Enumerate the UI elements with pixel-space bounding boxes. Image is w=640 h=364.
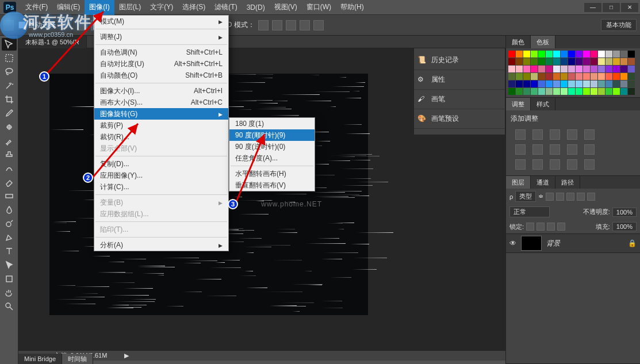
menu-item[interactable]: 画布大小(S)...Alt+Ctrl+C	[94, 97, 228, 108]
swatch[interactable]	[546, 58, 553, 65]
swatch[interactable]	[538, 51, 545, 58]
3d-orbit-icon[interactable]	[258, 20, 269, 30]
auto-select-checkbox[interactable]: 自动选择	[18, 20, 56, 30]
panel-brush[interactable]: 🖌画笔	[414, 90, 505, 109]
swatch[interactable]	[583, 88, 590, 95]
threshold-icon[interactable]	[550, 159, 560, 170]
lock-transparent-icon[interactable]	[526, 223, 534, 231]
swatch[interactable]	[613, 58, 620, 65]
filter-type-icon[interactable]	[566, 193, 574, 201]
swatch[interactable]	[613, 88, 620, 95]
swatch[interactable]	[561, 81, 568, 87]
path-select-tool[interactable]	[2, 259, 17, 271]
posterize-icon[interactable]	[532, 159, 543, 170]
swatch[interactable]	[583, 58, 590, 65]
marquee-tool[interactable]	[2, 52, 17, 64]
menu-item[interactable]: 图像旋转(G) ▶	[94, 108, 228, 120]
heal-tool[interactable]	[2, 121, 17, 133]
menu-item[interactable]: 自动颜色(O)Shift+Ctrl+B	[94, 70, 228, 81]
swatch[interactable]	[568, 51, 575, 58]
stamp-tool[interactable]	[2, 148, 17, 161]
swatch[interactable]	[531, 73, 538, 80]
eyedropper-tool[interactable]	[2, 107, 17, 120]
eraser-tool[interactable]	[2, 176, 17, 189]
swatch[interactable]	[576, 88, 582, 95]
swatch[interactable]	[576, 51, 582, 58]
panel-brush-presets[interactable]: 🎨画笔预设	[414, 109, 505, 129]
panel-history[interactable]: 📜历史记录	[414, 51, 505, 70]
3d-pan-icon[interactable]	[286, 20, 296, 30]
visibility-icon[interactable]: 👁	[509, 239, 516, 247]
swatch[interactable]	[531, 51, 538, 58]
layer-background[interactable]: 👁 背景 🔒	[506, 233, 640, 253]
brush-tool[interactable]	[2, 135, 17, 147]
swatch[interactable]	[516, 51, 523, 58]
filter-pixel-icon[interactable]	[546, 193, 554, 201]
filter-adjust-icon[interactable]	[556, 193, 564, 201]
swatch[interactable]	[523, 81, 530, 87]
swatch[interactable]	[561, 66, 568, 72]
swatch[interactable]	[598, 66, 605, 72]
hand-tool[interactable]	[2, 286, 17, 299]
swatch[interactable]	[553, 66, 560, 72]
swatch[interactable]	[568, 81, 575, 87]
levels-icon[interactable]	[532, 129, 543, 140]
swatch[interactable]	[598, 51, 605, 58]
swatch[interactable]	[568, 66, 575, 72]
menu-image[interactable]: 图像(I)	[85, 0, 114, 15]
mixer-icon[interactable]	[584, 144, 595, 155]
swatch[interactable]	[628, 51, 635, 58]
vibrance-icon[interactable]	[584, 129, 595, 140]
swatch[interactable]	[605, 51, 612, 58]
swatch[interactable]	[576, 66, 582, 72]
invert-icon[interactable]	[515, 159, 526, 170]
menu-3d[interactable]: 3D(D)	[242, 0, 270, 15]
swatch[interactable]	[546, 73, 553, 80]
3d-roll-icon[interactable]	[272, 20, 282, 30]
submenu-item[interactable]: 垂直翻转画布(V)	[229, 179, 315, 191]
photo-filter-icon[interactable]	[567, 144, 577, 155]
submenu-item[interactable]: 任意角度(A)...	[229, 152, 315, 164]
swatch[interactable]	[508, 51, 515, 58]
menu-item[interactable]: 图像大小(I)...Alt+Ctrl+I	[94, 85, 228, 97]
menu-item[interactable]: 应用图像(Y)...	[94, 170, 228, 181]
menu-layer[interactable]: 图层(L)	[114, 0, 146, 15]
swatch[interactable]	[516, 81, 523, 87]
swatch[interactable]	[620, 66, 627, 72]
swatch[interactable]	[576, 58, 582, 65]
swatch[interactable]	[538, 81, 545, 87]
wand-tool[interactable]	[2, 79, 17, 92]
bw-icon[interactable]	[550, 144, 560, 155]
swatch[interactable]	[605, 66, 612, 72]
swatch[interactable]	[516, 88, 523, 95]
blend-mode-select[interactable]: 正常	[509, 206, 550, 217]
swatch[interactable]	[613, 51, 620, 58]
menu-file[interactable]: 文件(F)	[21, 0, 52, 15]
swatch[interactable]	[523, 58, 530, 65]
menu-view[interactable]: 视图(V)	[270, 0, 302, 15]
swatch[interactable]	[628, 88, 635, 95]
tab-color[interactable]: 颜色	[506, 36, 531, 48]
menu-item[interactable]: 自动对比度(U)Alt+Shift+Ctrl+L	[94, 58, 228, 70]
menu-item[interactable]: 模式(M) ▶	[94, 16, 228, 27]
tab-layers[interactable]: 图层	[506, 176, 531, 189]
swatch[interactable]	[561, 51, 568, 58]
brightness-icon[interactable]	[515, 129, 526, 140]
swatch[interactable]	[553, 58, 560, 65]
gradient-tool[interactable]	[2, 190, 17, 202]
swatch[interactable]	[508, 73, 515, 80]
maximize-button[interactable]: □	[602, 2, 620, 13]
swatch[interactable]	[583, 81, 590, 87]
swatch[interactable]	[546, 51, 553, 58]
swatch[interactable]	[583, 73, 590, 80]
submenu-item[interactable]: 水平翻转画布(H)	[229, 168, 315, 179]
swatch[interactable]	[538, 58, 545, 65]
align-icon[interactable]	[77, 20, 87, 30]
swatch[interactable]	[553, 73, 560, 80]
swatch[interactable]	[628, 58, 635, 65]
swatch[interactable]	[553, 81, 560, 87]
tab-mini-bridge[interactable]: Mini Bridge	[18, 354, 62, 364]
swatch[interactable]	[516, 58, 523, 65]
selective-icon[interactable]	[584, 159, 595, 170]
swatch[interactable]	[538, 88, 545, 95]
